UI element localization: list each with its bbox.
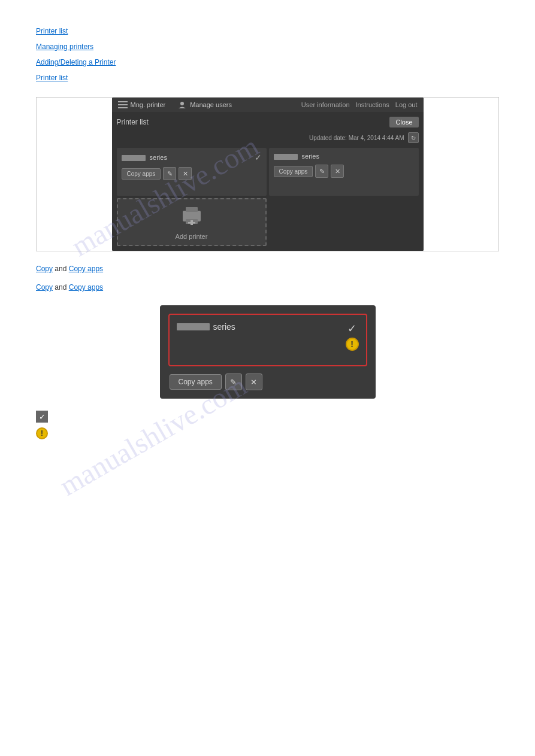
printer-card-2-top: series <box>274 153 414 160</box>
add-printer-label: Add printer <box>176 233 208 240</box>
page-content: Printer list Managing printers Adding/De… <box>0 0 535 473</box>
copy-link-3[interactable]: Copy <box>36 283 53 292</box>
printer-2-series: series <box>302 153 319 160</box>
legend-item-check: ✓ <box>36 411 499 423</box>
printer-2-name: series <box>274 153 319 160</box>
body-text-copy: Copy and Copy apps <box>36 265 103 273</box>
printer-list-body: Printer list Close Updated date: Mar 4, … <box>112 112 424 251</box>
update-bar: Updated date: Mar 4, 2014 4:44 AM ↻ <box>117 132 419 143</box>
status-icons: ✓ ! <box>346 322 359 351</box>
printer-card-1: series ✓ Copy apps ✎ ✕ <box>117 148 267 196</box>
delete-btn-single[interactable]: ✕ <box>246 374 262 390</box>
mng-printer-nav[interactable]: Mng. printer <box>118 101 166 108</box>
manage-users-label: Manage users <box>190 101 232 108</box>
body-text-block-1: Copy and Copy apps <box>36 263 499 275</box>
printer-1-delete-btn[interactable]: ✕ <box>179 167 192 180</box>
svg-rect-0 <box>118 101 128 102</box>
printer-plus-svg <box>180 205 204 226</box>
screenshot2-outer: series ✓ ! Copy apps ✎ ✕ <box>160 305 376 399</box>
redacted-single <box>177 323 210 330</box>
manage-users-icon <box>177 101 187 108</box>
icon-legend: ✓ ! <box>36 411 499 439</box>
printer-card-single-top: series ✓ ! <box>177 322 359 351</box>
edit-btn-single[interactable]: ✎ <box>225 374 242 390</box>
warning-icon: ! <box>346 338 359 351</box>
redacted-2 <box>274 154 298 160</box>
printer-card-single: series ✓ ! <box>168 314 367 366</box>
nav-link-3[interactable]: Adding/Deleting a Printer <box>36 55 499 69</box>
add-printer-card[interactable]: Add printer <box>117 198 267 246</box>
printer-1-name: series <box>122 154 167 161</box>
svg-rect-5 <box>186 207 198 212</box>
nav-link-4[interactable]: Printer list <box>36 71 499 85</box>
screenshot-2: series ✓ ! Copy apps ✎ ✕ <box>160 305 376 399</box>
manage-users-nav[interactable]: Manage users <box>177 101 232 108</box>
svg-point-3 <box>180 102 184 105</box>
copy-link-1[interactable]: Copy <box>36 265 53 273</box>
nav-links: Printer list Managing printers Adding/De… <box>36 24 499 85</box>
legend-warning-icon: ! <box>36 427 48 439</box>
header-right: User information Instructions Log out <box>301 101 418 108</box>
nav-link-1[interactable]: Printer list <box>36 24 499 38</box>
printer-ui-header: Mng. printer Manage users User informati… <box>112 98 424 112</box>
printer-list-title-bar: Printer list Close <box>117 117 419 127</box>
printer-1-copy-apps-btn[interactable]: Copy apps <box>122 168 161 180</box>
printer-2-copy-apps-btn[interactable]: Copy apps <box>274 166 313 177</box>
svg-rect-8 <box>188 222 195 224</box>
printer-2-actions: Copy apps ✎ ✕ <box>274 165 414 178</box>
printer-1-series: series <box>150 154 167 161</box>
printer-single-name: series <box>177 322 235 332</box>
copy-link-2[interactable]: Copy apps <box>69 265 103 273</box>
printer-card-1-top: series ✓ <box>122 153 262 162</box>
printer-2-delete-btn[interactable]: ✕ <box>331 165 344 178</box>
logout-link[interactable]: Log out <box>395 101 418 108</box>
nav-link-2[interactable]: Managing printers <box>36 40 499 54</box>
refresh-button[interactable]: ↻ <box>408 132 419 143</box>
instructions-link[interactable]: Instructions <box>356 101 389 108</box>
header-left: Mng. printer Manage users <box>118 101 232 108</box>
printer-2-edit-btn[interactable]: ✎ <box>315 165 328 178</box>
add-printer-icon <box>180 205 204 230</box>
close-button[interactable]: Close <box>389 117 418 127</box>
printer-1-check-icon: ✓ <box>255 153 262 162</box>
printer-ui: Mng. printer Manage users User informati… <box>112 98 424 251</box>
copy-apps-link[interactable]: Copy apps <box>69 283 103 292</box>
user-info-link[interactable]: User information <box>301 101 350 108</box>
copy-apps-btn-single[interactable]: Copy apps <box>170 374 222 390</box>
printer-list-title: Printer list <box>117 118 149 126</box>
svg-rect-2 <box>118 107 128 108</box>
printer-1-actions: Copy apps ✎ ✕ <box>122 167 262 180</box>
update-text: Updated date: Mar 4, 2014 4:44 AM <box>309 135 404 141</box>
legend-item-warning: ! <box>36 427 499 439</box>
printer-single-series: series <box>213 322 235 332</box>
printer-single-actions: Copy apps ✎ ✕ <box>168 374 367 390</box>
svg-rect-1 <box>118 104 128 105</box>
printer-1-edit-btn[interactable]: ✎ <box>163 167 176 180</box>
legend-check-icon: ✓ <box>36 411 48 423</box>
body-text-block-2: Copy and Copy apps <box>36 282 499 293</box>
redacted-1 <box>122 155 146 161</box>
mng-printer-label: Mng. printer <box>131 101 166 108</box>
printer-card-2: series Copy apps ✎ ✕ <box>269 148 419 196</box>
printer-nav-icon <box>118 101 128 108</box>
check-mark-icon: ✓ <box>347 322 356 335</box>
screenshot-1: Mng. printer Manage users User informati… <box>36 97 499 251</box>
printer-grid: series ✓ Copy apps ✎ ✕ <box>117 148 419 246</box>
